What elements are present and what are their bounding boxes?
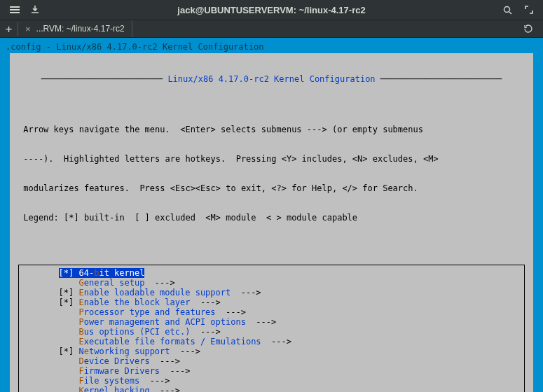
svg-line-4 (509, 12, 511, 14)
menu-list[interactable]: [*] 64-bit kernel General setup ---> [*]… (18, 265, 525, 392)
menu-item[interactable]: [*] Networking support ---> (23, 346, 520, 356)
window-titlebar: jack@UBUNTUSERVERVM: ~/linux-4.17-rc2 (0, 0, 543, 20)
dialog-rule-right: ──────────────────────── (380, 74, 502, 84)
svg-rect-1 (10, 9, 20, 10)
search-icon[interactable] (503, 6, 512, 15)
help-line: Arrow keys navigate the menu. <Enter> se… (18, 125, 525, 134)
window-title: jack@UBUNTUSERVERVM: ~/linux-4.17-rc2 (0, 5, 543, 15)
menu-item[interactable]: File systems ---> (23, 376, 520, 386)
menu-item[interactable]: Processor type and features ---> (23, 307, 520, 317)
menuconfig-dialog: ──────────────────────── Linux/x86 4.17.… (10, 53, 533, 392)
menu-item[interactable]: [*] 64-bit kernel (23, 268, 520, 278)
menu-item[interactable]: [*] Enable the block layer ---> (23, 298, 520, 307)
menu-item[interactable]: Firmware Drivers ---> (23, 366, 520, 376)
svg-point-3 (504, 6, 510, 12)
menu-item[interactable]: Kernel hacking ---> (23, 386, 520, 392)
tab-terminal[interactable]: × ...RVM: ~/linux-4.17-rc2 (18, 20, 132, 37)
menu-item[interactable]: Device Drivers ---> (23, 356, 520, 366)
menu-item[interactable]: Bus options (PCI etc.) ---> (23, 327, 520, 337)
tab-bar: + × ...RVM: ~/linux-4.17-rc2 (0, 20, 543, 38)
help-line: ----). Highlighted letters are hotkeys. … (18, 154, 525, 164)
tab-label: ...RVM: ~/linux-4.17-rc2 (36, 24, 125, 34)
download-icon[interactable] (31, 6, 39, 14)
app-menu-icon[interactable] (10, 5, 20, 15)
menu-item[interactable]: General setup ---> (23, 278, 520, 288)
menu-item[interactable]: Power management and ACPI options ---> (23, 317, 520, 327)
menu-item[interactable]: [*] Enable loadable module support ---> (23, 288, 520, 298)
help-line: Legend: [*] built-in [ ] excluded <M> mo… (18, 213, 525, 223)
svg-rect-0 (10, 6, 20, 8)
maximize-icon[interactable] (525, 6, 533, 14)
dialog-rule-left: ──────────────────────── (41, 74, 163, 84)
help-line: modularizes features. Press <Esc><Esc> t… (18, 183, 525, 193)
svg-rect-2 (10, 12, 20, 13)
menu-item[interactable]: Executable file formats / Emulations ---… (23, 337, 520, 346)
history-icon[interactable] (523, 24, 533, 34)
dialog-title: Linux/x86 4.17.0-rc2 Kernel Configuratio… (163, 74, 380, 84)
dialog-help: Arrow keys navigate the menu. <Enter> se… (18, 105, 525, 242)
new-tab-button[interactable]: + (0, 22, 18, 36)
terminal[interactable]: .config - Linux/x86 4.17.0-rc2 Kernel Co… (0, 38, 543, 392)
close-tab-icon[interactable]: × (25, 24, 31, 34)
config-path: .config - Linux/x86 4.17.0-rc2 Kernel Co… (6, 42, 537, 52)
